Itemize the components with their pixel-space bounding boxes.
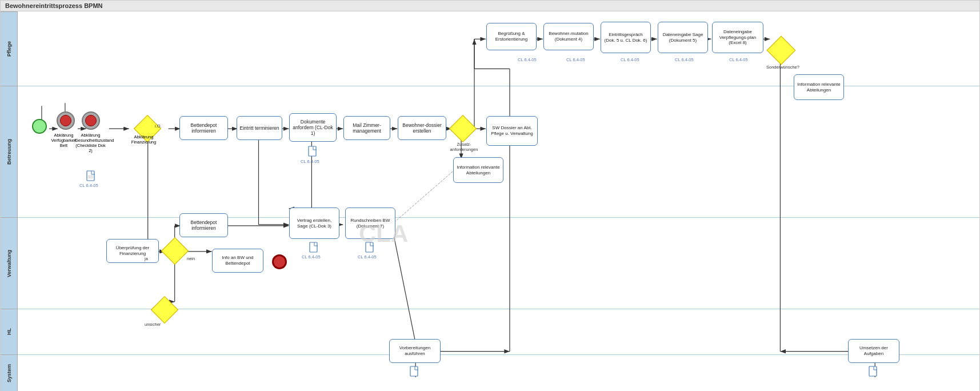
task-info-relevante-pflege[interactable]: Information relevante Abteilungen bbox=[794, 74, 844, 100]
task-dokumente-anfordern[interactable]: Dokumente anfordern (CL-Dok 1) bbox=[289, 113, 337, 142]
gateway-ja-label: ja bbox=[145, 256, 148, 261]
cl-label-vertrag: CL 6.4-05 bbox=[302, 254, 321, 260]
main-canvas: Begrüßung & Erstorientierung Bewohner-mu… bbox=[18, 11, 979, 391]
gateway-sonderwuensche[interactable] bbox=[767, 36, 796, 65]
svg-line-40 bbox=[391, 225, 417, 352]
task-mail-zimmer[interactable]: Mail Zimmer-management bbox=[343, 116, 390, 140]
svg-line-49 bbox=[391, 167, 457, 225]
label-abklaerung-finanzierung: Abklärung Finanzierung bbox=[128, 134, 159, 145]
label-abklaerung-bett: Abklärung Verfügbarkeit Bett bbox=[51, 133, 77, 148]
gateway-nein-label: nein bbox=[187, 256, 195, 261]
svg-rect-53 bbox=[309, 146, 316, 156]
lane-label-hl: HL bbox=[1, 309, 17, 354]
label-abklaerung-gesundheit: Abklärung Gesundheitszustand (Checkliste… bbox=[75, 133, 106, 153]
event-intermediate-1 bbox=[57, 111, 75, 130]
svg-rect-54 bbox=[310, 242, 317, 252]
task-rundschreiben[interactable]: Rundschreiben BW (Dokument 7) bbox=[345, 208, 395, 239]
cl-label-3: CL 6.4-05 bbox=[621, 57, 639, 62]
lane-line-2 bbox=[18, 217, 979, 218]
task-vertrag-erstellen[interactable]: Vertrag erstellen, Sage (CL-Dok 3) bbox=[289, 208, 339, 239]
task-umsetzen[interactable]: Umsetzen der Aufgaben bbox=[848, 339, 899, 363]
diagram-body: Pflege Betreuung Verwaltung HL System bbox=[1, 11, 979, 391]
lane-label-betreuung: Betreuung bbox=[1, 86, 17, 217]
cl-label-dokumente: CL 6.4-05 bbox=[301, 159, 319, 164]
task-sw-dossier[interactable]: SW Dossier an Abt. Pflege u. Verwaltung bbox=[486, 116, 538, 146]
svg-rect-57 bbox=[869, 366, 877, 376]
doc-icon-3 bbox=[309, 242, 318, 253]
cl-label-rundschreiben: CL 6.4-05 bbox=[358, 254, 377, 260]
gateway-ja-nein[interactable] bbox=[161, 237, 189, 265]
lane-label-pflege: Pflege bbox=[1, 11, 17, 86]
task-bettendepot-verwaltung[interactable]: Bettendepot informieren bbox=[179, 213, 228, 237]
cl-label-4: CL 6.4-05 bbox=[675, 57, 694, 62]
cl-label-abklaerung: CL 6.4-05 bbox=[79, 183, 98, 188]
doc-icon-2 bbox=[308, 146, 317, 157]
gateway-unsicher[interactable] bbox=[151, 296, 178, 324]
doc-icon-6 bbox=[869, 366, 878, 377]
cl-label-1: CL 6.4-05 bbox=[518, 57, 537, 62]
task-ueberpruefung-finanzierung[interactable]: Überprüfung der Finanzierung bbox=[106, 239, 159, 263]
cl-label-2: CL 6.4-05 bbox=[566, 57, 585, 62]
task-vorbereitungen[interactable]: Vorbereitungen ausführen bbox=[389, 339, 441, 363]
task-bettendepot-betreuung[interactable]: Bettendepot informieren bbox=[179, 116, 228, 140]
svg-rect-50 bbox=[87, 171, 94, 181]
gateway-unsicher-label: unsicher bbox=[145, 322, 161, 327]
end-event-verwaltung bbox=[272, 254, 287, 269]
task-info-bw-bettendepot[interactable]: Info an BW und Bettendepot bbox=[212, 249, 263, 273]
task-dateneingabe-verpflegungsplan[interactable]: Dateneingabe Verpflegungs-plan (Excel 8) bbox=[712, 22, 763, 53]
connections-svg bbox=[18, 11, 979, 391]
svg-rect-55 bbox=[366, 242, 373, 252]
task-dateneingabe-sage[interactable]: Dateneingabe Sage (Dokument 5) bbox=[658, 22, 708, 53]
title-bar: Bewohnereintrittsprozess BPMN bbox=[1, 1, 979, 11]
doc-icon-1 bbox=[86, 170, 95, 182]
diagram-title: Bewohnereintrittsprozess BPMN bbox=[5, 2, 103, 9]
lane-dividers bbox=[18, 11, 979, 391]
task-eintrittsgespräch[interactable]: Eintrittsgespräch (Dok. 5 u. CL Dok. 6) bbox=[601, 22, 651, 53]
gateway-io-label: i.O. bbox=[155, 123, 162, 129]
task-eintritt-terminieren[interactable]: Eintritt terminieren bbox=[237, 116, 282, 140]
lane-label-verwaltung: Verwaltung bbox=[1, 217, 17, 309]
task-bewohnerdossier[interactable]: Bewohner-dossier erstellen bbox=[398, 116, 446, 140]
diagram-container: Bewohnereintrittsprozess BPMN Pflege Bet… bbox=[0, 0, 980, 391]
svg-rect-56 bbox=[410, 366, 418, 376]
start-event-1 bbox=[32, 119, 47, 134]
gateway-sonderwuensche-label: Sonderwünsche? bbox=[766, 65, 798, 70]
cl-label-5: CL 6.4-05 bbox=[729, 57, 748, 62]
task-bewohner-mutation[interactable]: Bewohner-mutation (Dokument 4) bbox=[543, 23, 594, 50]
doc-icon-4 bbox=[365, 242, 374, 253]
doc-icon-5 bbox=[410, 366, 419, 377]
lane-line-4 bbox=[18, 354, 979, 355]
gateway-zusatz[interactable] bbox=[449, 115, 477, 142]
event-intermediate-2 bbox=[82, 111, 100, 130]
task-info-relevante-betreuung[interactable]: Information relevante Abteilungen bbox=[453, 157, 503, 183]
lane-label-system: System bbox=[1, 354, 17, 391]
task-begruessung[interactable]: Begrüßung & Erstorientierung bbox=[486, 23, 537, 50]
lanes-labels: Pflege Betreuung Verwaltung HL System bbox=[1, 11, 18, 391]
gateway-zusatz-label: Zusatz-anforderungen bbox=[447, 142, 481, 152]
